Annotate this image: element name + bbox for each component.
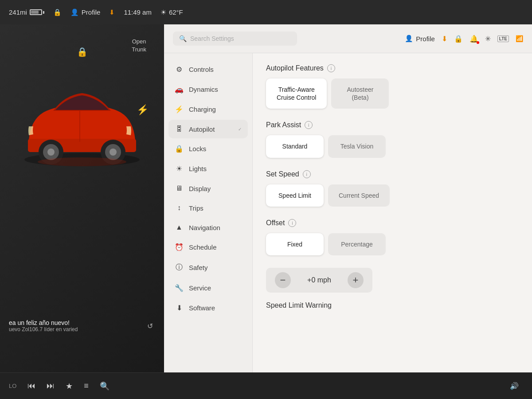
- lock-icon-header: 🔒: [454, 35, 463, 43]
- radio-station: uevo Zol106.7 líder en varied: [9, 326, 78, 332]
- settings-panel: Autopilot Features i Traffic-AwareCruise…: [253, 53, 532, 372]
- park-assist-title: Park Assist i: [266, 121, 519, 129]
- charging-icon: ⚡: [175, 105, 184, 113]
- notification-icon[interactable]: 🔔: [469, 35, 478, 43]
- open-trunk-button[interactable]: OpenTrunk: [132, 38, 146, 54]
- trips-icon: ↕: [175, 204, 184, 212]
- set-speed-group: Speed Limit Current Speed: [266, 184, 519, 207]
- sidebar-item-schedule[interactable]: ⏰ Schedule: [168, 238, 248, 257]
- schedule-icon: ⏰: [175, 243, 184, 251]
- tesla-vision-button[interactable]: Tesla Vision: [328, 135, 386, 157]
- lights-icon: ☀: [175, 164, 184, 173]
- header-right: 👤 Profile ⬇ 🔒 🔔 ✳ LTE 📶: [405, 35, 523, 43]
- svg-point-9: [38, 157, 126, 166]
- header-profile[interactable]: 👤 Profile: [405, 35, 435, 43]
- time-display: 11:49 am: [124, 8, 152, 16]
- speed-limit-warning-section: Speed Limit Warning: [266, 301, 519, 309]
- fixed-button[interactable]: Fixed: [266, 233, 324, 255]
- temperature-display: ☀ 62°F: [160, 8, 183, 16]
- offset-title: Offset i: [266, 219, 519, 227]
- status-bar: 241mi 🔒 👤 Profile ⬇ 11:49 am ☀ 62°F: [0, 0, 532, 24]
- sidebar-item-display[interactable]: 🖥 Display: [168, 179, 248, 198]
- download-status: ⬇: [109, 8, 115, 16]
- traffic-aware-button[interactable]: Traffic-AwareCruise Control: [266, 78, 327, 109]
- search-button[interactable]: 🔍: [100, 381, 110, 391]
- dynamics-icon: 🚗: [175, 85, 184, 94]
- sidebar-item-service[interactable]: 🔧 Service: [168, 278, 248, 297]
- autopilot-features-group: Traffic-AwareCruise Control Autosteer(Be…: [266, 78, 519, 109]
- standard-button[interactable]: Standard: [266, 135, 324, 157]
- lock-icon: 🔒: [77, 47, 88, 57]
- volume-control[interactable]: 🔊: [510, 382, 519, 390]
- set-speed-title: Set Speed i: [266, 170, 519, 178]
- autopilot-icon: 🎛: [175, 125, 184, 133]
- header-bar: 🔍 Search Settings 👤 Profile ⬇ 🔒 🔔 ✳ LTE …: [164, 24, 532, 53]
- search-icon: 🔍: [179, 35, 187, 42]
- park-assist-info-icon[interactable]: i: [305, 121, 313, 129]
- radio-playing: ea un feliz año nuevo!: [9, 319, 78, 326]
- percentage-button[interactable]: Percentage: [328, 233, 386, 255]
- prev-button[interactable]: ⏮: [27, 381, 35, 391]
- sidebar-item-charging[interactable]: ⚡ Charging: [168, 100, 248, 119]
- content-area: ⚙ Controls 🚗 Dynamics ⚡ Charging 🎛 Autop…: [164, 53, 532, 372]
- decrement-speed-button[interactable]: −: [275, 272, 291, 288]
- speed-limit-button[interactable]: Speed Limit: [266, 184, 324, 207]
- range-display: 241mi: [9, 8, 44, 16]
- display-icon: 🖥: [175, 184, 184, 192]
- media-text: LO: [9, 383, 16, 389]
- speed-offset-value: +0 mph: [297, 276, 341, 284]
- favorite-button[interactable]: ★: [66, 381, 73, 391]
- offset-type-group: Fixed Percentage: [266, 233, 519, 255]
- bluetooth-icon[interactable]: ✳: [485, 35, 491, 43]
- current-speed-button[interactable]: Current Speed: [328, 184, 390, 207]
- sidebar-item-autopilot[interactable]: 🎛 Autopilot ✓: [168, 120, 248, 138]
- speed-limit-warning-title: Speed Limit Warning: [266, 301, 519, 309]
- autopilot-info-icon[interactable]: i: [327, 64, 335, 72]
- search-placeholder: Search Settings: [190, 35, 234, 42]
- software-icon: ⬇: [175, 304, 184, 312]
- download-icon: ⬇: [442, 35, 447, 43]
- svg-point-4: [47, 149, 55, 156]
- sidebar-item-locks[interactable]: 🔒 Locks: [168, 139, 248, 158]
- next-button[interactable]: ⏭: [47, 381, 55, 391]
- locks-icon: 🔒: [175, 145, 184, 153]
- speed-offset-control: − +0 mph +: [266, 268, 372, 293]
- sidebar-item-lights[interactable]: ☀ Lights: [168, 159, 248, 178]
- set-speed-info-icon[interactable]: i: [303, 170, 311, 178]
- park-assist-group: Standard Tesla Vision: [266, 135, 519, 157]
- battery-icon: [30, 9, 44, 15]
- autosteer-button[interactable]: Autosteer(Beta): [331, 78, 389, 109]
- radio-info: ea un feliz año nuevo! uevo Zol106.7 líd…: [9, 319, 78, 332]
- menu-button[interactable]: ≡: [84, 381, 89, 391]
- profile-status[interactable]: 👤 Profile: [70, 8, 101, 16]
- lte-badge: LTE: [497, 35, 509, 42]
- media-bar: LO ⏮ ⏭ ★ ≡ 🔍 🔊: [0, 372, 532, 399]
- left-panel: OpenTrunk 🔒: [0, 24, 164, 372]
- sidebar-item-safety[interactable]: ⓘ Safety: [168, 258, 248, 278]
- radio-settings-icon[interactable]: ↺: [147, 322, 153, 330]
- car-display: ⚡: [11, 60, 153, 184]
- sidebar-item-software[interactable]: ⬇ Software: [168, 298, 248, 317]
- svg-point-7: [110, 149, 117, 156]
- main-area: 🔍 Search Settings 👤 Profile ⬇ 🔒 🔔 ✳ LTE …: [164, 24, 532, 372]
- offset-info-icon[interactable]: i: [288, 219, 296, 227]
- sidebar-item-dynamics[interactable]: 🚗 Dynamics: [168, 80, 248, 99]
- autopilot-features-title: Autopilot Features i: [266, 64, 519, 72]
- navigation-icon: ▲: [175, 223, 184, 231]
- sidebar-nav: ⚙ Controls 🚗 Dynamics ⚡ Charging 🎛 Autop…: [164, 53, 253, 372]
- search-box[interactable]: 🔍 Search Settings: [173, 31, 297, 46]
- sidebar-item-navigation[interactable]: ▲ Navigation: [168, 218, 248, 237]
- sidebar-item-trips[interactable]: ↕ Trips: [168, 199, 248, 217]
- increment-speed-button[interactable]: +: [348, 272, 364, 288]
- sidebar-item-controls[interactable]: ⚙ Controls: [168, 60, 248, 79]
- lock-status: 🔒: [53, 8, 62, 16]
- safety-icon: ⓘ: [175, 263, 184, 272]
- controls-icon: ⚙: [175, 65, 184, 74]
- service-icon: 🔧: [175, 284, 184, 292]
- charge-icon: ⚡: [137, 104, 149, 116]
